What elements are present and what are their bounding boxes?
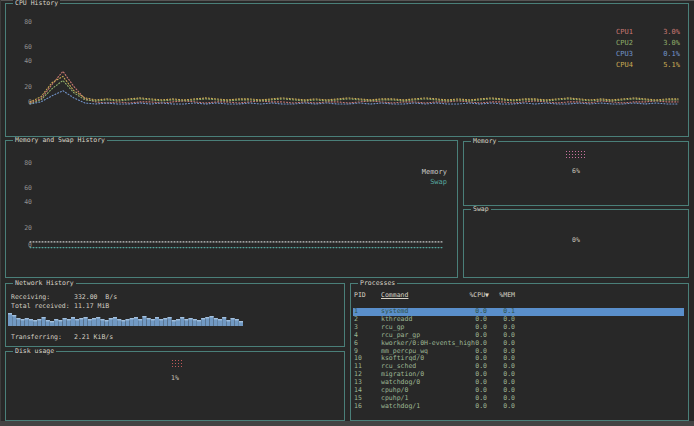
- swap-percent-value: 0%: [464, 236, 688, 244]
- transferring-label: Transferring:: [11, 334, 74, 341]
- process-mem: 0.0: [489, 403, 515, 411]
- process-row[interactable]: 16watchdog/10.00.0: [353, 403, 684, 411]
- receiving-row: Receiving:332.00 B/s: [11, 294, 117, 301]
- cpu-history-panel: CPU History 80 60 40 20 0 CPU13.0% CPU23…: [5, 3, 689, 137]
- total-received-value: 11.17 MiB: [74, 302, 109, 310]
- cpu4-legend-value: 5.1%: [646, 61, 680, 70]
- disk-usage-title: Disk usage: [13, 348, 56, 355]
- memory-percent-value: 6%: [464, 167, 688, 175]
- system-monitor-screen: CPU History 80 60 40 20 0 CPU13.0% CPU23…: [0, 0, 694, 426]
- cpu2-legend-value: 3.0%: [646, 39, 680, 48]
- memory-gauge-title: Memory: [471, 138, 498, 145]
- cpu-legend-row: CPU13.0%: [616, 28, 680, 39]
- cpu-legend-row: CPU30.1%: [616, 50, 680, 61]
- cpu2-legend-label: CPU2: [616, 39, 646, 48]
- window-edge-bottom: [0, 421, 694, 426]
- process-command: watchdog/1: [381, 403, 420, 411]
- swap-legend-label: Swap: [430, 178, 447, 186]
- process-cpu: 0.0: [457, 403, 487, 411]
- memswap-legend-row: Memory: [422, 168, 447, 178]
- total-received-row: Total received:11.17 MiB: [11, 303, 109, 310]
- column-header-cpu[interactable]: %CPU▼: [455, 292, 489, 299]
- transferring-row: Transferring:2.21 KiB/s: [11, 334, 113, 341]
- memswap-legend-row: Swap: [422, 178, 447, 188]
- window-edge-top: [0, 0, 694, 1]
- window-edge-left: [0, 0, 1, 426]
- cpu3-legend-label: CPU3: [616, 50, 646, 59]
- cpu-history-chart: [6, 4, 686, 134]
- processes-title: Processes: [358, 280, 397, 287]
- network-history-panel: Network History Receiving:332.00 B/s Tot…: [5, 283, 345, 347]
- memory-legend-label: Memory: [422, 168, 447, 176]
- column-header-command[interactable]: Command: [381, 292, 408, 299]
- receiving-value: 332.00 B/s: [74, 293, 117, 301]
- transferring-value: 2.21 KiB/s: [74, 333, 113, 341]
- disk-gauge-dots: [171, 359, 183, 368]
- process-table-body: 1systemd0.00.12kthreadd0.00.03rcu_gp0.00…: [353, 308, 684, 418]
- memory-gauge-panel: Memory 6%: [463, 141, 689, 206]
- cpu-legend-row: CPU45.1%: [616, 61, 680, 72]
- total-received-label: Total received:: [11, 303, 74, 310]
- process-pid: 6: [354, 340, 378, 348]
- swap-gauge-title: Swap: [471, 206, 491, 213]
- memory-swap-history-panel: Memory and Swap History 80 60 40 20 0 Me…: [5, 140, 458, 278]
- cpu4-legend-label: CPU4: [616, 61, 646, 70]
- receiving-label: Receiving:: [11, 294, 74, 301]
- cpu-legend-row: CPU23.0%: [616, 39, 680, 50]
- network-history-title: Network History: [13, 280, 76, 287]
- process-pid: 16: [354, 403, 378, 411]
- disk-percent-value: 1%: [6, 374, 344, 382]
- memory-gauge-dots: [565, 150, 587, 159]
- process-mem: 0.0: [489, 340, 515, 348]
- column-header-mem[interactable]: %MEM: [489, 292, 515, 299]
- cpu-legend: CPU13.0% CPU23.0% CPU30.1% CPU45.1%: [616, 28, 680, 72]
- swap-gauge-panel: Swap 0%: [463, 209, 689, 278]
- process-table-header: PID Command %CPU▼ %MEM: [353, 292, 684, 300]
- column-header-pid[interactable]: PID: [354, 292, 366, 299]
- disk-usage-panel: Disk usage 1%: [5, 351, 345, 421]
- process-cpu: 0.0: [457, 340, 487, 348]
- cpu1-legend-label: CPU1: [616, 28, 646, 37]
- cpu1-legend-value: 3.0%: [646, 28, 680, 37]
- network-receiving-sparkline: [8, 311, 248, 327]
- cpu3-legend-value: 0.1%: [646, 50, 680, 59]
- memswap-legend: Memory Swap: [422, 168, 447, 188]
- memory-swap-chart: [6, 141, 455, 275]
- processes-panel: Processes PID Command %CPU▼ %MEM 1system…: [350, 283, 689, 421]
